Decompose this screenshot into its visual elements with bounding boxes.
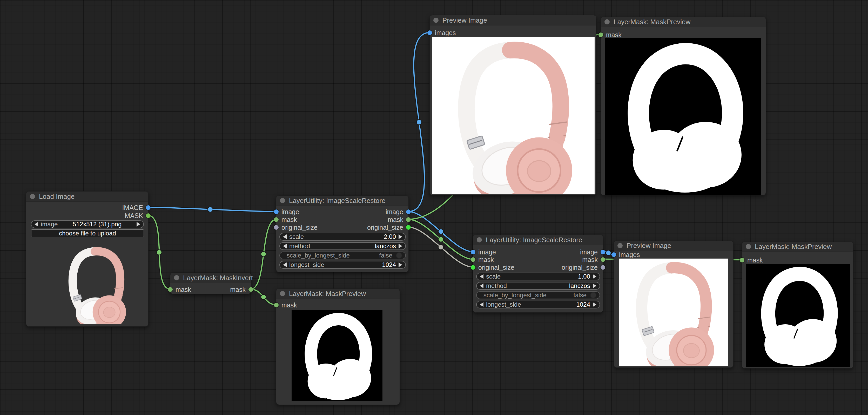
node-load-image[interactable]: Load Image IMAGE MASK image 512x512 (31)… (26, 191, 149, 327)
input-image[interactable]: image (274, 208, 299, 216)
combo-next-icon[interactable] (399, 244, 402, 248)
port-dot-image[interactable] (406, 209, 411, 214)
increment-icon[interactable] (593, 274, 596, 279)
output-image[interactable]: IMAGE (122, 204, 151, 211)
output-mask[interactable]: MASK (125, 212, 151, 219)
collapse-dot-icon[interactable] (280, 198, 285, 203)
node-titlebar[interactable]: LayerUtility: ImageScaleRestore (473, 235, 603, 245)
scale-by-longest-side-toggle[interactable]: scale_by_longest_side false (476, 291, 600, 299)
node-mask-preview-1[interactable]: LayerMask: MaskPreview mask (600, 17, 766, 196)
input-images[interactable]: images (427, 29, 456, 37)
port-dot-image[interactable] (146, 205, 151, 210)
port-dot-original-size[interactable] (471, 265, 475, 270)
node-titlebar[interactable]: Load Image (26, 191, 148, 202)
input-mask[interactable]: mask (168, 286, 191, 293)
node-titlebar[interactable]: LayerMask: MaskPreview (276, 289, 400, 299)
node-titlebar[interactable]: Preview Image (430, 15, 596, 26)
input-original-size[interactable]: original_size (274, 224, 317, 231)
port-dot-images[interactable] (612, 252, 616, 257)
input-mask[interactable]: mask (274, 301, 297, 309)
port-dot-mask[interactable] (146, 213, 151, 218)
longest-side-widget[interactable]: longest_side 1024 (279, 261, 406, 269)
node-titlebar[interactable]: LayerMask: MaskPreview (742, 242, 853, 251)
collapse-dot-icon[interactable] (604, 19, 610, 24)
decrement-icon[interactable] (283, 263, 287, 267)
combo-value: 512x512 (31).png (60, 220, 134, 228)
scale-widget[interactable]: scale 2.00 (279, 233, 406, 241)
collapse-dot-icon[interactable] (30, 194, 35, 199)
increment-icon[interactable] (399, 263, 402, 267)
node-mask-preview-bottom[interactable]: LayerMask: MaskPreview mask (276, 289, 400, 405)
port-label: original_size (367, 224, 403, 231)
input-original-size[interactable]: original_size (471, 264, 514, 271)
port-dot-mask[interactable] (598, 32, 603, 37)
node-mask-preview-2[interactable]: LayerMask: MaskPreview mask (742, 242, 854, 368)
port-dot-mask[interactable] (274, 303, 279, 307)
node-preview-image-2[interactable]: Preview Image images (614, 241, 734, 368)
port-dot-image[interactable] (471, 250, 475, 255)
increment-icon[interactable] (593, 302, 596, 307)
node-titlebar[interactable]: Preview Image (614, 241, 733, 250)
scale-widget[interactable]: scale 1.00 (476, 273, 600, 280)
output-mask[interactable]: mask (388, 216, 411, 224)
output-image[interactable]: image (580, 248, 605, 256)
combo-prev-icon[interactable] (283, 244, 287, 248)
input-mask[interactable]: mask (274, 216, 297, 224)
decrement-icon[interactable] (480, 302, 484, 307)
output-mask[interactable]: mask (230, 286, 253, 293)
port-dot-image[interactable] (274, 209, 279, 214)
output-original-size[interactable]: original_size (562, 264, 605, 271)
node-titlebar[interactable]: LayerMask: MaskInvert (170, 273, 251, 283)
increment-icon[interactable] (399, 234, 402, 239)
port-dot-images[interactable] (427, 30, 432, 35)
collapse-dot-icon[interactable] (746, 244, 751, 249)
combo-prev-icon[interactable] (480, 284, 484, 288)
port-dot-mask[interactable] (600, 257, 605, 262)
collapse-dot-icon[interactable] (174, 275, 179, 280)
method-widget[interactable]: method lanczos (476, 282, 600, 290)
port-dot-mask[interactable] (248, 287, 253, 292)
input-images[interactable]: images (612, 251, 640, 259)
input-image[interactable]: image (471, 248, 496, 256)
port-dot-mask[interactable] (274, 217, 279, 222)
decrement-icon[interactable] (283, 234, 287, 239)
toggle-knob-icon[interactable] (590, 292, 596, 298)
port-dot-mask[interactable] (406, 217, 411, 222)
decrement-icon[interactable] (480, 274, 484, 279)
input-mask[interactable]: mask (471, 256, 494, 264)
scale-by-longest-side-toggle[interactable]: scale_by_longest_side false (279, 251, 406, 259)
method-widget[interactable]: method lanczos (279, 242, 406, 250)
port-dot-original-size[interactable] (600, 265, 605, 270)
port-dot-mask[interactable] (740, 258, 744, 263)
toggle-knob-icon[interactable] (396, 252, 402, 259)
port-label: mask (388, 216, 403, 224)
graph-canvas[interactable]: Load Image IMAGE MASK image 512x512 (31)… (0, 0, 868, 415)
node-image-scale-restore-1[interactable]: LayerUtility: ImageScaleRestore image ma… (276, 196, 409, 272)
combo-next-icon[interactable] (136, 222, 140, 227)
image-filename-combo[interactable]: image 512x512 (31).png (31, 220, 144, 228)
node-titlebar[interactable]: LayerMask: MaskPreview (601, 17, 766, 27)
output-mask[interactable]: mask (582, 256, 605, 264)
node-mask-invert[interactable]: LayerMask: MaskInvert mask mask (170, 273, 251, 294)
combo-prev-icon[interactable] (34, 222, 38, 227)
output-image[interactable]: image (385, 208, 411, 216)
node-titlebar[interactable]: LayerUtility: ImageScaleRestore (276, 196, 408, 206)
port-label: MASK (125, 212, 143, 219)
node-image-scale-restore-2[interactable]: LayerUtility: ImageScaleRestore image ma… (473, 235, 603, 313)
input-mask[interactable]: mask (598, 31, 622, 39)
combo-next-icon[interactable] (593, 284, 596, 288)
choose-file-button[interactable]: choose file to upload (31, 230, 144, 237)
port-dot-mask[interactable] (471, 257, 475, 262)
port-dot-original-size[interactable] (406, 225, 411, 230)
collapse-dot-icon[interactable] (477, 237, 482, 242)
longest-side-widget[interactable]: longest_side 1024 (476, 301, 600, 308)
output-original-size[interactable]: original_size (367, 224, 411, 231)
node-preview-image-1[interactable]: Preview Image images (430, 15, 596, 196)
collapse-dot-icon[interactable] (433, 18, 438, 23)
port-dot-original-size[interactable] (274, 225, 279, 230)
input-mask[interactable]: mask (740, 256, 763, 264)
port-dot-mask[interactable] (168, 287, 173, 292)
collapse-dot-icon[interactable] (280, 291, 285, 296)
port-dot-image[interactable] (600, 250, 605, 255)
collapse-dot-icon[interactable] (617, 243, 623, 248)
